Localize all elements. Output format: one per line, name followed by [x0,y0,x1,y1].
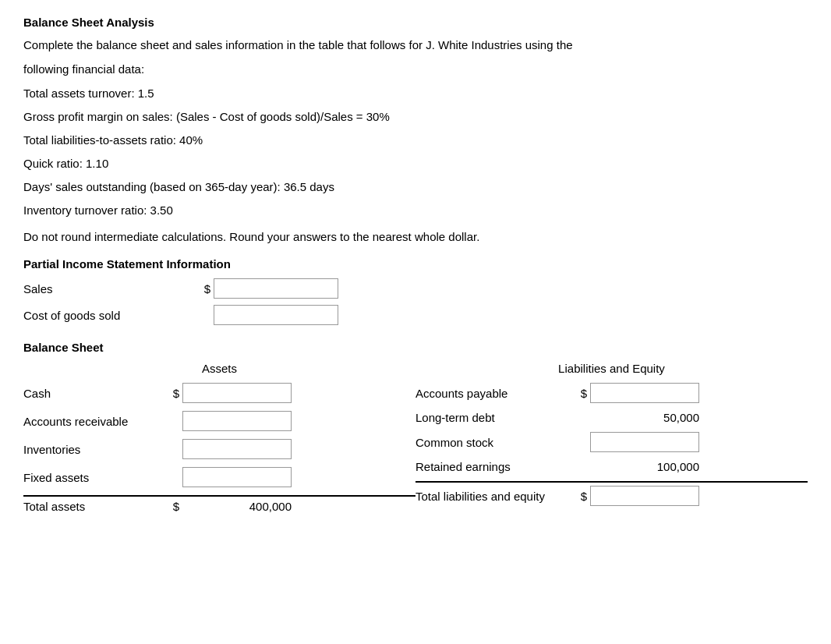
financial-data-item: Inventory turnover ratio: 3.50 [23,201,808,220]
inv-dollar-placeholder [164,443,179,456]
total-liabilities-label: Total liabilities and equity [416,490,571,503]
accounts-receivable-label: Accounts receivable [23,415,164,428]
retained-earnings-row: Retained earnings 100,000 [416,460,808,473]
retained-earnings-label: Retained earnings [416,460,571,473]
total-assets-value: 400,000 [182,500,292,513]
cogs-label: Cost of goods sold [23,309,195,322]
accounts-payable-label: Accounts payable [416,387,571,400]
inventories-input[interactable] [182,439,292,459]
long-term-debt-label: Long-term debt [416,411,571,424]
ltd-dollar-placeholder [571,411,587,424]
fixed-assets-label: Fixed assets [23,471,164,484]
total-liab-dollar: $ [571,490,587,503]
ap-dollar: $ [571,387,587,400]
cash-row: Cash $ [23,383,416,403]
common-stock-input[interactable] [590,432,699,452]
long-term-debt-value: 50,000 [590,411,699,424]
sales-input[interactable] [214,278,338,299]
assets-header: Assets [23,362,416,375]
description-line2: following financial data: [23,61,808,79]
description-line1: Complete the balance sheet and sales inf… [23,37,808,55]
balance-sheet-title: Balance Sheet [23,341,808,354]
sales-dollar: $ [195,282,210,295]
fa-dollar-placeholder [164,471,179,484]
cash-dollar: $ [164,387,179,400]
liabilities-section: Liabilities and Equity Accounts payable … [416,362,808,521]
accounts-receivable-input[interactable] [182,411,292,431]
fixed-assets-row: Fixed assets [23,467,416,487]
accounts-payable-input[interactable] [590,383,699,403]
cash-input[interactable] [182,383,292,403]
re-dollar-placeholder [571,460,587,473]
common-stock-label: Common stock [416,436,571,449]
total-assets-row: Total assets $ 400,000 [23,495,416,513]
income-section-title: Partial Income Statement Information [23,257,808,271]
accounts-payable-row: Accounts payable $ [416,383,808,403]
total-liabilities-row: Total liabilities and equity $ [416,481,808,506]
long-term-debt-row: Long-term debt 50,000 [416,411,808,424]
financial-data-item: Days' sales outstanding (based on 365-da… [23,178,808,196]
total-assets-label: Total assets [23,500,164,513]
cogs-dollar-placeholder [195,309,210,322]
sales-row: Sales $ [23,278,808,299]
liabilities-header: Liabilities and Equity [416,362,808,375]
retained-earnings-value: 100,000 [590,460,699,473]
inventories-label: Inventories [23,443,164,456]
rounding-note: Do not round intermediate calculations. … [23,228,808,246]
financial-data-item: Gross profit margin on sales: (Sales - C… [23,108,808,126]
assets-section: Assets Cash $ Accounts receivable Invent… [23,362,416,521]
financial-data-item: Quick ratio: 1.10 [23,154,808,173]
financial-data-item: Total liabilities-to-assets ratio: 40% [23,131,808,150]
inventories-row: Inventories [23,439,416,459]
income-table: Sales $ Cost of goods sold [23,278,808,325]
financial-data-item: Total assets turnover: 1.5 [23,84,808,103]
page-title: Balance Sheet Analysis [23,16,808,29]
total-liabilities-input[interactable] [590,486,699,506]
total-assets-dollar: $ [164,500,179,513]
ar-dollar-placeholder [164,415,179,428]
cs-dollar-placeholder [571,436,587,449]
common-stock-row: Common stock [416,432,808,452]
fixed-assets-input[interactable] [182,467,292,487]
cash-label: Cash [23,387,164,400]
balance-sheet-container: Assets Cash $ Accounts receivable Invent… [23,362,808,521]
cogs-input[interactable] [214,305,338,325]
cogs-row: Cost of goods sold [23,305,808,325]
sales-label: Sales [23,282,195,295]
accounts-receivable-row: Accounts receivable [23,411,416,431]
